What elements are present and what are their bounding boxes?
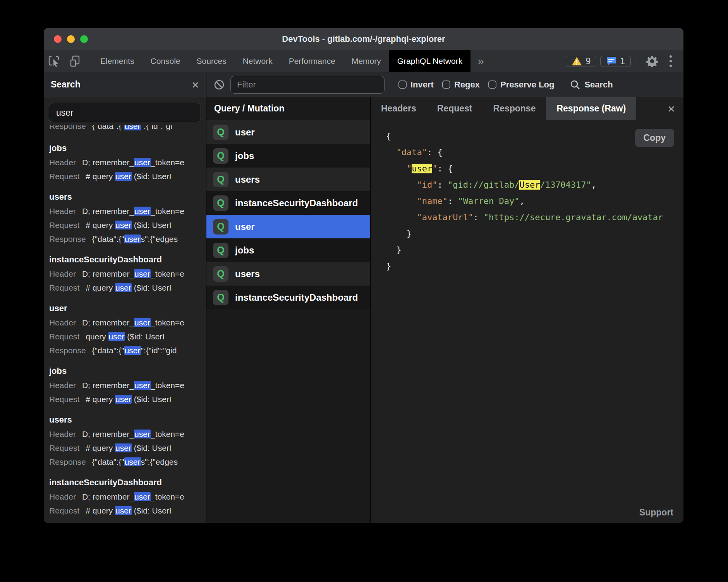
search-result-row[interactable]: HeaderD; remember_user_token=e (49, 204, 201, 218)
checkbox-invert[interactable]: Invert (398, 80, 434, 90)
tab-memory[interactable]: Memory (343, 50, 389, 72)
text-segment: _token=e (151, 430, 184, 438)
json-content: { "data": { "user": { "id": "gid://gitla… (386, 128, 683, 274)
result-row-label: Response (49, 125, 86, 133)
filter-input[interactable] (230, 76, 385, 94)
search-result-row[interactable]: Response{"data":{"user":{"id":"gid (49, 344, 201, 358)
search-result-row[interactable]: HeaderD; remember_user_token=e (49, 156, 201, 169)
match-highlight: user (134, 430, 151, 438)
json-token: { (386, 131, 391, 141)
result-row-value: # query user ($id: UserI (86, 281, 171, 295)
search-result-row[interactable]: HeaderD; remember_user_token=e (49, 316, 201, 330)
search-toggle[interactable]: Search (570, 79, 613, 90)
json-line: "id": "gid://gitlab/User/13704317", (386, 177, 683, 193)
result-row-value: # query user ($id: UserI (86, 392, 171, 406)
query-type-badge: Q (213, 195, 228, 211)
checkbox-label: Invert (410, 80, 434, 90)
text-segment: # query (86, 172, 115, 181)
query-row-label: jobs (235, 245, 254, 256)
checkbox-box (488, 80, 496, 89)
search-result-row[interactable]: Request# query user ($id: UserI (49, 281, 201, 295)
close-window-button[interactable] (54, 35, 62, 43)
text-segment: query (86, 332, 108, 341)
query-row-instanceSecurityDashboard[interactable]: QinstanceSecurityDashboard (206, 191, 370, 215)
clear-icon[interactable] (213, 79, 225, 91)
copy-button[interactable]: Copy (635, 129, 675, 147)
search-result-partial-row[interactable]: Response{"data":{"user":{"id":"gi (49, 125, 201, 135)
tab-headers[interactable]: Headers (371, 97, 427, 120)
search-input[interactable] (49, 103, 201, 122)
search-result-row[interactable]: Request# query user ($id: UserI (49, 392, 201, 406)
text-segment: # query (86, 443, 115, 452)
more-options-icon[interactable] (663, 55, 678, 67)
query-row-user[interactable]: Quser (206, 215, 370, 238)
tab-response[interactable]: Response (483, 97, 546, 120)
search-result-row[interactable]: Request# query user ($id: UserI (49, 169, 201, 183)
query-row-user[interactable]: Quser (206, 120, 370, 144)
search-result-row[interactable]: Request# query user ($id: UserI (49, 218, 201, 232)
settings-gear-icon[interactable] (641, 50, 663, 72)
json-line: "name": "Warren Day", (386, 193, 683, 209)
search-result-row[interactable]: HeaderD; remember_user_token=e (49, 427, 201, 441)
search-result-row[interactable]: Response{"data":{"users":{"edges (49, 455, 201, 469)
close-search-icon[interactable]: × (192, 79, 199, 91)
tab-elements[interactable]: Elements (92, 50, 143, 72)
tab-network[interactable]: Network (235, 50, 281, 72)
zoom-window-button[interactable] (80, 35, 88, 43)
inspect-element-icon[interactable] (44, 50, 65, 72)
tab-console[interactable]: Console (143, 50, 189, 72)
device-toolbar-icon[interactable] (65, 50, 86, 72)
json-token: } (386, 245, 402, 255)
json-token: "id" (417, 180, 437, 190)
window-title: DevTools - gitlab.com/-/graphql-explorer (282, 34, 445, 44)
checkbox-label: Regex (454, 80, 480, 90)
match-highlight: user (134, 207, 151, 216)
support-link[interactable]: Support (639, 507, 673, 518)
messages-badge[interactable]: 1 (600, 56, 631, 67)
search-result-row[interactable]: HeaderD; remember_user_token=e (49, 267, 201, 281)
checkbox-preserve-log[interactable]: Preserve Log (488, 80, 554, 90)
tab-performance[interactable]: Performance (281, 50, 343, 72)
title-bar: DevTools - gitlab.com/-/graphql-explorer (44, 28, 683, 50)
search-group-title: user (49, 301, 201, 316)
checkbox-regex[interactable]: Regex (442, 80, 480, 90)
json-token: : (473, 212, 484, 222)
search-results: Response{"data":{"user":{"id":"gi jobsHe… (44, 125, 206, 523)
query-row-instanceSecurityDashboard[interactable]: QinstanceSecurityDashboard (206, 286, 370, 309)
query-list-panel: Query / Mutation QuserQjobsQusersQinstan… (206, 97, 371, 523)
query-type-badge: Q (213, 243, 228, 258)
json-token: "name" (417, 196, 447, 206)
query-row-users[interactable]: Qusers (206, 262, 370, 286)
search-result-row[interactable]: HeaderD; remember_user_token=e (49, 378, 201, 392)
json-token: : (437, 180, 448, 190)
query-row-users[interactable]: Qusers (206, 168, 370, 191)
search-group-title: instanceSecurityDashboard (49, 475, 201, 490)
json-token: : { (437, 164, 453, 173)
search-result-row[interactable]: Request# query user ($id: UserI (49, 504, 201, 518)
text-segment: # query (86, 506, 115, 515)
minimize-window-button[interactable] (67, 35, 75, 43)
text-segment: _token=e (151, 318, 184, 327)
more-tabs-icon[interactable]: » (470, 50, 491, 72)
tab-graphql-network[interactable]: GraphQL Network (389, 50, 470, 72)
warnings-badge[interactable]: 9 (566, 56, 596, 67)
match-highlight: user (134, 158, 151, 167)
query-list-header: Query / Mutation (206, 97, 370, 120)
query-row-jobs[interactable]: Qjobs (206, 238, 370, 262)
search-result-row[interactable]: Requestquery user ($id: UserI (49, 330, 201, 344)
search-result-row[interactable]: Request# query user ($id: UserI (49, 441, 201, 455)
tab-response-raw[interactable]: Response (Raw) (546, 97, 636, 120)
tab-request[interactable]: Request (427, 97, 483, 120)
text-segment: ($id: UserI (132, 443, 172, 452)
text-segment: ":{"id":"gi (141, 125, 172, 130)
query-row-jobs[interactable]: Qjobs (206, 144, 370, 168)
search-result-row[interactable]: Response{"data":{"users":{"edges (49, 232, 201, 246)
match-highlight: user (115, 172, 132, 181)
json-token: , (519, 196, 524, 206)
search-toggle-label: Search (584, 80, 613, 90)
result-row-label: Request (49, 330, 79, 344)
search-highlight: user (412, 164, 432, 173)
tab-sources[interactable]: Sources (189, 50, 235, 72)
close-detail-icon[interactable]: × (659, 97, 683, 120)
search-result-row[interactable]: HeaderD; remember_user_token=e (49, 490, 201, 504)
